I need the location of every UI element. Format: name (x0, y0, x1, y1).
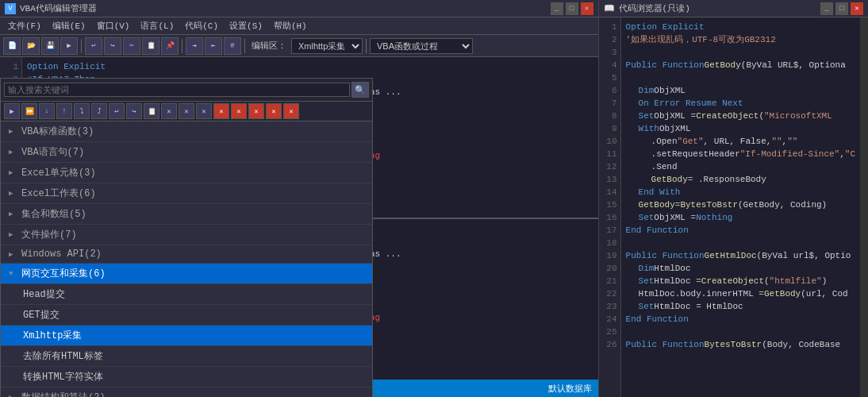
code-line: HtmlDoc.body.innerHTML = GetBody(url, Co… (626, 287, 855, 300)
code-line (626, 237, 855, 249)
expand-icon: ▶ (9, 210, 17, 218)
code-line: Option Explicit (27, 60, 593, 73)
dt-btn-15[interactable]: ✕ (248, 103, 264, 119)
right-minimize[interactable]: _ (820, 2, 833, 15)
right-title-controls: _ □ ✕ (820, 2, 863, 15)
dt-btn-2[interactable]: ⏩ (21, 103, 37, 119)
dt-btn-6[interactable]: ⤴ (91, 103, 107, 119)
dt-btn-3[interactable]: ↓ (39, 103, 55, 119)
dt-btn-5[interactable]: ⤵ (74, 103, 90, 119)
toolbar-indent[interactable]: ⇥ (186, 37, 203, 55)
menu-help[interactable]: 帮助(H) (269, 18, 312, 33)
dropdown-item-remove-html[interactable]: 去除所有HTML标签 (1, 346, 372, 367)
toolbar-paste[interactable]: 📌 (161, 37, 179, 55)
toolbar-redo[interactable]: ↪ (104, 37, 121, 55)
dt-btn-13[interactable]: ✕ (213, 103, 229, 119)
menu-code[interactable]: 代码(C) (180, 18, 223, 33)
code-line: Dim HtmlDoc (626, 262, 855, 275)
function-select[interactable]: VBA函数或过程 (370, 38, 473, 54)
status-db: 默认数据库 (548, 383, 592, 395)
code-line: Public Function GetHtmlDoc(ByVal url$, O… (626, 249, 855, 262)
right-title-bar: 📖 代码浏览器(只读) _ □ ✕ (599, 0, 868, 17)
toolbar-outdent[interactable]: ⇤ (205, 37, 222, 55)
toolbar-run[interactable]: ▶ (60, 37, 78, 55)
dt-btn-16[interactable]: ✕ (266, 103, 282, 119)
dt-btn-14[interactable]: ✕ (231, 103, 247, 119)
menu-settings[interactable]: 设置(S) (225, 18, 267, 33)
dropdown-label: Head提交 (23, 287, 65, 301)
left-panel: V VBA代码编辑管理器 _ □ ✕ 文件(F) 编辑(E) 窗口(V) 语言(… (0, 0, 599, 397)
dropdown-label: Excel工作表(6) (21, 187, 96, 200)
dt-btn-11[interactable]: ✕ (179, 103, 194, 119)
dt-btn-4[interactable]: ↑ (56, 103, 72, 119)
dt-btn-12[interactable]: ✕ (196, 103, 212, 119)
menu-window[interactable]: 窗口(V) (92, 18, 135, 33)
editor-label: 编辑区： (252, 40, 286, 52)
maximize-button[interactable]: □ (566, 2, 578, 15)
dropdown-item-vba-lang[interactable]: ▶ VBA语言句(7) (1, 142, 372, 163)
editor-select[interactable]: Xmlhttp采集 (291, 38, 363, 54)
dropdown-overlay: 🔍 ▶ ⏩ ↓ ↑ ⤵ ⤴ ↩ ↪ 📋 ✕ ✕ ✕ ✕ ✕ ✕ ✕ ✕ (0, 78, 373, 397)
toolbar-undo[interactable]: ↩ (85, 37, 102, 55)
dropdown-item-excel-sheet[interactable]: ▶ Excel工作表(6) (1, 183, 372, 204)
dropdown-item-file[interactable]: ▶ 文件操作(7) (1, 225, 372, 245)
toolbar-save[interactable]: 💾 (41, 37, 59, 55)
toolbar-cut[interactable]: ✂ (123, 37, 140, 55)
dt-btn-10[interactable]: ✕ (161, 103, 177, 119)
code-line: GetBody = .ResponseBody (626, 173, 855, 186)
dt-btn-9[interactable]: 📋 (144, 103, 159, 119)
right-panel-icon: 📖 (604, 3, 615, 13)
code-line: End Function (626, 313, 855, 326)
dt-btn-8[interactable]: ↪ (126, 103, 142, 119)
right-maximize[interactable]: □ (835, 2, 848, 15)
dropdown-item-web[interactable]: ▼ 网页交互和采集(6) (1, 264, 372, 284)
app-container: V VBA代码编辑管理器 _ □ ✕ 文件(F) 编辑(E) 窗口(V) 语言(… (0, 0, 868, 397)
dropdown-search-input[interactable] (4, 83, 350, 97)
code-line: .Send (626, 160, 855, 173)
app-icon: V (5, 3, 16, 14)
menu-edit[interactable]: 编辑(E) (48, 18, 90, 33)
dropdown-item-get[interactable]: GET提交 (1, 305, 372, 326)
code-line: GetBody = BytesToBstr(GetBody, Coding) (626, 198, 855, 211)
expand-icon: ▶ (9, 148, 17, 156)
toolbar-new[interactable]: 📄 (3, 37, 21, 55)
dropdown-list: ▶ VBA标准函数(3) ▶ VBA语言句(7) ▶ Excel单元格(3) ▶… (1, 121, 372, 397)
close-button[interactable]: ✕ (581, 2, 593, 15)
toolbar-comment[interactable]: # (224, 37, 241, 55)
code-line: Set ObjXML = CreateObject("MicrosoftXML (626, 110, 855, 122)
code-line: .Open "Get", URL, False, "", "" (626, 135, 855, 148)
expand-icon: ▶ (9, 393, 17, 397)
minimize-button[interactable]: _ (551, 2, 563, 15)
code-line: Option Explicit (626, 21, 855, 33)
dropdown-item-algo[interactable]: ▶ 数据结构和算法(2) (1, 387, 372, 397)
dropdown-item-html-entity[interactable]: 转换HTML字符实体 (1, 367, 372, 387)
code-line: .setRequestHeader "If-Modified-Since", "… (626, 148, 855, 160)
main-toolbar: 📄 📂 💾 ▶ ↩ ↪ ✂ 📋 📌 ⇥ ⇤ # 编辑区： Xmlhttp采集 V… (0, 35, 598, 57)
right-scrollbar[interactable] (860, 17, 868, 397)
dt-btn-17[interactable]: ✕ (283, 103, 299, 119)
menu-language[interactable]: 语言(L) (136, 18, 179, 33)
toolbar-open[interactable]: 📂 (22, 37, 40, 55)
dropdown-item-collection[interactable]: ▶ 集合和数组(5) (1, 204, 372, 225)
code-line: Dim ObjXML (626, 84, 855, 97)
menu-file[interactable]: 文件(F) (3, 18, 46, 33)
dt-btn-1[interactable]: ▶ (4, 103, 20, 119)
code-line: Public Function GetBody(ByVal URL$, Opti… (626, 59, 855, 71)
dropdown-item-excel-cell[interactable]: ▶ Excel单元格(3) (1, 163, 372, 183)
dt-btn-7[interactable]: ↩ (109, 103, 125, 119)
dropdown-search-button[interactable]: 🔍 (351, 82, 369, 98)
dropdown-label: Xmlhttp采集 (23, 329, 82, 342)
dropdown-item-head[interactable]: Head提交 (1, 284, 372, 305)
code-line: End Function (626, 224, 855, 237)
right-close[interactable]: ✕ (851, 2, 863, 15)
code-line: Public Function BytesToBstr(Body, CodeBa… (626, 338, 855, 351)
dropdown-label: VBA标准函数(3) (21, 125, 94, 138)
dropdown-item-vba-std[interactable]: ▶ VBA标准函数(3) (1, 121, 372, 142)
right-title-text: 代码浏览器(只读) (619, 2, 690, 14)
dropdown-item-winapi[interactable]: ▶ Windows API(2) (1, 245, 372, 264)
dropdown-label: 集合和数组(5) (21, 207, 86, 221)
dropdown-item-xmlhttp[interactable]: Xmlhttp采集 (1, 326, 372, 346)
toolbar-sep3 (244, 39, 245, 53)
toolbar-sep1 (81, 39, 82, 53)
toolbar-copy[interactable]: 📋 (142, 37, 159, 55)
